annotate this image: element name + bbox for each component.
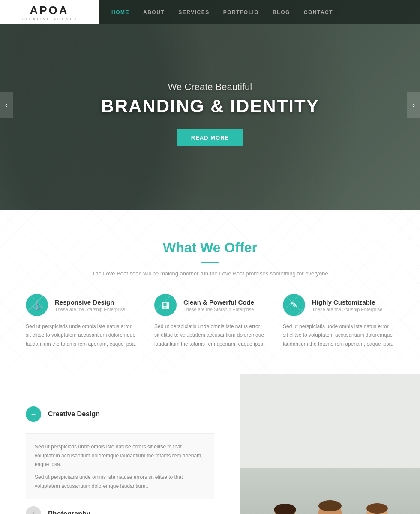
features-right xyxy=(240,374,420,514)
accordion-header-1[interactable]: + Photography xyxy=(26,499,214,514)
nav-links: HOMEABOUTSERVICESPORTFOLIOBLOGCONTACT xyxy=(99,0,420,24)
offer-card-subtitle-2: These are the Starship Enterprise xyxy=(312,307,382,312)
offer-header: What We Offer The Love Boat soon will be… xyxy=(26,240,394,277)
offer-divider xyxy=(201,262,219,263)
offer-icon-1: ▦ xyxy=(154,294,177,316)
offer-title-plain: What xyxy=(163,240,200,255)
nav-link-home[interactable]: HOME xyxy=(111,9,129,15)
offer-card-info-0: Responsive Design These are the Starship… xyxy=(55,299,125,312)
nav-link-about[interactable]: ABOUT xyxy=(143,9,165,15)
offer-section: What We Offer The Love Boat soon will be… xyxy=(0,210,420,374)
accordion-text: Sed ut perspiciatiis unde omnis iste nat… xyxy=(35,473,205,490)
offer-icon-2: ✎ xyxy=(283,294,305,316)
offer-card-info-1: Clean & Powerful Code These are the Star… xyxy=(183,299,254,312)
nav-link-services[interactable]: SERVICES xyxy=(178,9,209,15)
offer-card-2: ✎ Highly Customizable These are the Star… xyxy=(283,294,394,348)
accordion-title-1: Photography xyxy=(48,510,90,514)
offer-card-title-1: Clean & Powerful Code xyxy=(183,299,254,306)
hero-next-arrow[interactable]: › xyxy=(407,92,420,118)
svg-point-11 xyxy=(366,503,388,514)
accordion-icon-0: − xyxy=(26,406,41,422)
hero-section: ‹ We Create Beautiful BRANDING & IDENTIT… xyxy=(0,0,420,210)
features-left: − Creative Design Sed ut perspiciatis un… xyxy=(0,374,240,514)
accordion-text: Sed ut perspiciatis unde omnis iste natu… xyxy=(35,442,205,469)
offer-description: The Love Boat soon will be making anothe… xyxy=(81,270,339,277)
hero-title: BRANDING & IDENTITY xyxy=(101,96,319,117)
offer-title-accent: We Offer xyxy=(200,240,257,255)
offer-card-subtitle-1: These are the Starship Enterprise xyxy=(183,307,254,312)
hero-readmore-button[interactable]: Read More xyxy=(177,129,243,146)
team-photo xyxy=(240,468,420,514)
hero-content: We Create Beautiful BRANDING & IDENTITY … xyxy=(101,81,319,146)
accordion-icon-1: + xyxy=(26,506,41,514)
features-section: − Creative Design Sed ut perspiciatis un… xyxy=(0,374,420,514)
offer-card-text-2: Sed ut perspiciatis unde omnis iste natu… xyxy=(283,322,394,348)
offer-card-1: ▦ Clean & Powerful Code These are the St… xyxy=(154,294,266,348)
offer-card-header-0: ⚓ Responsive Design These are the Starsh… xyxy=(26,294,137,316)
accordion-item-0: − Creative Design Sed ut perspiciatis un… xyxy=(26,400,214,499)
accordion-header-0[interactable]: − Creative Design xyxy=(26,400,214,429)
offer-card-text-1: Sed ut perspiciatis unde omnis iste natu… xyxy=(154,322,266,348)
offer-cards: ⚓ Responsive Design These are the Starsh… xyxy=(26,294,394,348)
logo-tagline: CREATIVE AGENCY xyxy=(21,17,78,21)
offer-card-subtitle-0: These are the Starship Enterprise xyxy=(55,307,125,312)
nav-link-contact[interactable]: CONTACT xyxy=(304,9,333,15)
offer-icon-0: ⚓ xyxy=(26,294,48,316)
logo-name: APOA xyxy=(30,4,69,17)
offer-card-text-0: Sed ut perspiciatis unde omnis iste natu… xyxy=(26,322,137,348)
offer-card-title-0: Responsive Design xyxy=(55,299,125,306)
offer-card-0: ⚓ Responsive Design These are the Starsh… xyxy=(26,294,137,348)
offer-card-title-2: Highly Customizable xyxy=(312,299,382,306)
navbar: APOA CREATIVE AGENCY HOMEABOUTSERVICESPO… xyxy=(0,0,420,24)
accordion-item-1: + Photography xyxy=(26,499,214,514)
hero-subtitle: We Create Beautiful xyxy=(101,81,319,93)
offer-card-info-2: Highly Customizable These are the Starsh… xyxy=(312,299,382,312)
svg-point-8 xyxy=(318,500,342,511)
accordion-content-0: Sed ut perspiciatis unde omnis iste natu… xyxy=(26,433,214,499)
hero-prev-arrow[interactable]: ‹ xyxy=(0,92,13,118)
logo[interactable]: APOA CREATIVE AGENCY xyxy=(0,0,99,24)
offer-card-header-2: ✎ Highly Customizable These are the Star… xyxy=(283,294,394,316)
accordion-title-0: Creative Design xyxy=(48,410,100,418)
nav-link-portfolio[interactable]: PORTFOLIO xyxy=(223,9,259,15)
nav-link-blog[interactable]: BLOG xyxy=(273,9,290,15)
offer-title: What We Offer xyxy=(26,240,394,256)
offer-card-header-1: ▦ Clean & Powerful Code These are the St… xyxy=(154,294,266,316)
